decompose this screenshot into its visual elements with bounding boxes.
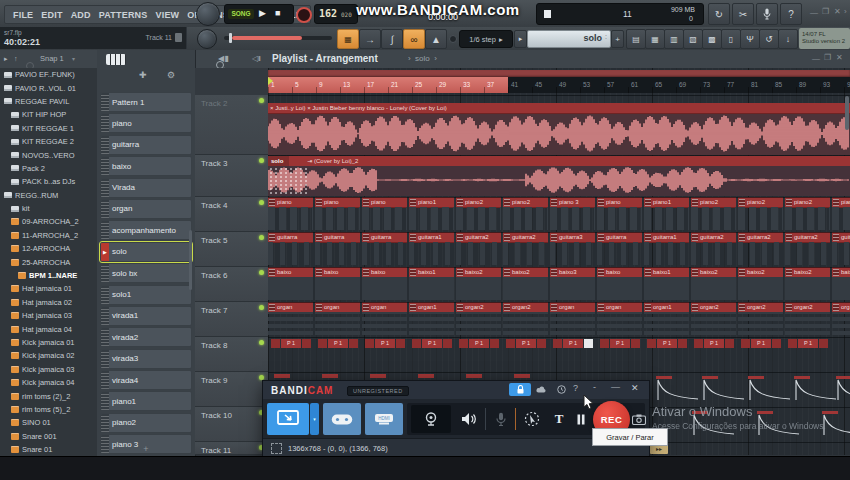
typing-keyboard-icon[interactable]: ▦ (337, 29, 359, 49)
clip-piano2-body[interactable] (503, 207, 548, 230)
browser-item-kit-reggae-1[interactable]: KIT REGGAE 1 (0, 122, 97, 135)
step-seq-window-icon[interactable]: ▥ (664, 29, 684, 49)
playlist-scrollbar[interactable] (845, 96, 849, 130)
clip-baixo2-body[interactable] (691, 277, 736, 300)
browser-item-pack-2[interactable]: Pack 2 (0, 162, 97, 175)
step-snap-selector[interactable]: 1/6 step▸ (459, 30, 513, 48)
automation-tick[interactable] (274, 374, 290, 378)
clip-guitarra-body[interactable] (268, 242, 313, 265)
clip-organ-body[interactable] (268, 312, 313, 335)
mini-clip-seg[interactable]: P 1 (469, 339, 489, 348)
clip-piano-body[interactable] (597, 207, 642, 230)
lock-icon[interactable] (509, 383, 531, 396)
browser-item-kit-reggae-2[interactable]: KIT REGGAE 2 (0, 135, 97, 148)
close-icon[interactable]: ✕ (834, 7, 841, 16)
plugin-plug-icon[interactable]: Ψ (740, 29, 760, 49)
clip-baixo-body[interactable] (268, 277, 313, 300)
clip-organ1-body[interactable] (409, 312, 454, 335)
mini-clip-group-7[interactable]: P 1 (553, 339, 595, 348)
clip-guitarra2-body[interactable] (691, 242, 736, 265)
browser-item-snare-001[interactable]: Snare 001 (0, 430, 97, 443)
clip-piano2-body[interactable] (785, 207, 830, 230)
mini-clip-seg[interactable]: P 1 (751, 339, 771, 348)
clip-guitarra2-body[interactable] (832, 242, 850, 265)
browser-item-rim-toms-5-2[interactable]: rim toms (5)_2 (0, 403, 97, 416)
track-row-track-6[interactable]: Track 6 (195, 267, 268, 302)
mouse-effect-button[interactable] (519, 405, 545, 433)
mini-clip-seg[interactable] (584, 339, 593, 348)
bandicam-window[interactable]: BANDICAM UNREGISTERED ? - — ✕ ▾ HDMI (262, 380, 650, 458)
clip-organ-body[interactable] (315, 312, 360, 335)
speaker-button[interactable] (455, 405, 483, 433)
mini-clip-seg[interactable]: P 1 (281, 339, 301, 348)
clip-baixo1-body[interactable] (644, 277, 689, 300)
playlist-close-icon[interactable]: ✕ (836, 53, 843, 62)
browser-item-11-arrocha-2[interactable]: 11-ARROCHA_2 (0, 229, 97, 242)
mini-clip-seg[interactable] (443, 339, 452, 348)
clip-organ2-body[interactable] (832, 312, 850, 335)
main-volume-knob[interactable] (196, 2, 220, 26)
track-row-track-3[interactable]: Track 3 (195, 155, 268, 197)
clip-piano2-body[interactable] (691, 207, 736, 230)
clip-guitarra1-body[interactable] (644, 242, 689, 265)
automation-clip[interactable] (656, 376, 700, 402)
help-button[interactable]: ? (780, 3, 802, 25)
bandicam-mic-button[interactable] (489, 405, 513, 433)
mini-clip-seg[interactable] (741, 339, 750, 348)
bandicam-minimize2-icon[interactable]: — (611, 382, 620, 392)
pattern-item-virada4[interactable]: virada4 (100, 370, 192, 390)
piano-keys-icon[interactable] (106, 54, 126, 65)
shuttle-slider-handle[interactable] (229, 33, 232, 43)
bandicam-close-icon[interactable]: ✕ (631, 383, 639, 393)
playhead-marker[interactable] (268, 77, 273, 85)
pattern-item-virada1[interactable]: virada1 (100, 306, 192, 326)
webcam-button[interactable] (411, 405, 451, 433)
text-overlay-button[interactable]: T (549, 405, 569, 433)
piano-roll-window-icon[interactable]: ▦ (645, 29, 665, 49)
automation-clip[interactable] (748, 376, 792, 402)
track-row-track-5[interactable]: Track 5 (195, 232, 268, 267)
restart-button[interactable]: ↻ (708, 3, 730, 25)
clip-guitarra1-body[interactable] (409, 242, 454, 265)
clip-baixo2-body[interactable] (785, 277, 830, 300)
pattern-item-piano1[interactable]: piano1 (100, 391, 192, 411)
play-button[interactable]: ▶ (259, 8, 266, 18)
clip-guitarra-body[interactable] (597, 242, 642, 265)
browser-item-regg-rum[interactable]: REGG..RUM (0, 189, 97, 202)
browser-item-hat-jamaica-04[interactable]: Hat jamaica 04 (0, 322, 97, 335)
mini-clip-seg[interactable] (318, 339, 327, 348)
pattern-item-acompanhamento[interactable]: acompanhamento (100, 220, 192, 240)
mini-clip-seg[interactable] (459, 339, 468, 348)
screen-recording-mode-button[interactable] (267, 403, 309, 435)
mini-clip-seg[interactable]: P 1 (375, 339, 395, 348)
track-enable-led[interactable] (259, 340, 264, 345)
clip-baixo2-body[interactable] (738, 277, 783, 300)
track-row-track-4[interactable]: Track 4 (195, 197, 268, 232)
mini-clip-seg[interactable] (396, 339, 405, 348)
pattern-scrollbar[interactable] (189, 230, 192, 290)
track-row-track-2[interactable]: Track 2 (195, 95, 268, 155)
clip-baixo2-body[interactable] (456, 277, 501, 300)
playlist-breadcrumb[interactable]: › solo › (408, 54, 437, 63)
browser-item-sino-01[interactable]: SINO 01 (0, 416, 97, 429)
browser-item-kit[interactable]: kit (0, 202, 97, 215)
clip-guitarra2-body[interactable] (456, 242, 501, 265)
automation-tick[interactable] (514, 374, 530, 378)
mini-clip-group-10[interactable]: P 1 (694, 339, 736, 348)
clip-organ-body[interactable] (362, 312, 407, 335)
pattern-add-row[interactable]: + (97, 444, 195, 454)
snap-dropdown-icon[interactable]: ▾ (72, 55, 75, 62)
clip-guitarra3-body[interactable] (550, 242, 595, 265)
clip-organ-body[interactable] (597, 312, 642, 335)
clip-organ-body[interactable] (550, 312, 595, 335)
mini-clip-seg[interactable] (772, 339, 781, 348)
automation-clip[interactable] (702, 376, 746, 402)
link-icon[interactable]: ∞ (403, 29, 425, 49)
mini-clip-group-11[interactable]: P 1 (741, 339, 783, 348)
pattern-item-solo1[interactable]: solo1 (100, 285, 192, 305)
mini-clip-seg[interactable]: P 1 (422, 339, 442, 348)
clip-piano1-body[interactable] (409, 207, 454, 230)
mini-clip-seg[interactable] (788, 339, 797, 348)
track-row-track-9[interactable]: Track 9 (195, 372, 268, 407)
clip-baixo1-body[interactable] (409, 277, 454, 300)
